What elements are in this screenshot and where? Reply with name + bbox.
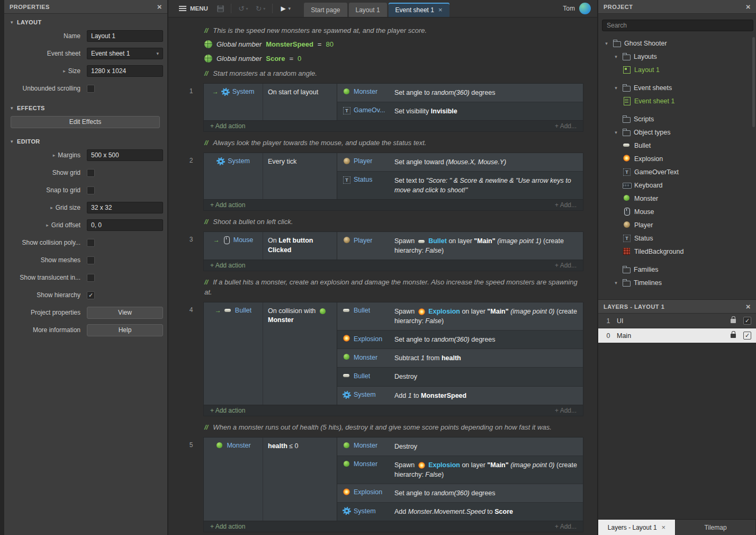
expander-icon[interactable]: ▸ (53, 153, 56, 158)
expander-icon[interactable]: ▸ (50, 205, 53, 210)
add-action-link[interactable]: + Add action (210, 262, 245, 269)
comment-row[interactable]: //Shoot a bullet on left click. (204, 217, 578, 227)
action-row[interactable]: Monster Destroy (337, 438, 583, 456)
action-row[interactable]: Bullet Spawn Explosion on layer "Main" (… (337, 302, 583, 331)
expander-icon[interactable]: ▾ (613, 54, 619, 59)
tree-item-event-sheet-1[interactable]: Event sheet 1 (598, 94, 756, 108)
edit-effects-button[interactable]: Edit Effects (11, 116, 160, 128)
action-row[interactable]: System Add Monster.Movement.Speed to Sco… (337, 503, 583, 521)
tree-item-bullet[interactable]: Bullet (598, 139, 756, 152)
view-button[interactable]: View (87, 307, 163, 319)
comment-row[interactable]: //This is the speed new monsters are spa… (204, 26, 578, 36)
event-number[interactable]: 2 (179, 153, 203, 211)
event-condition[interactable]: → Bullet On collision with Monster (204, 302, 337, 405)
comment-row[interactable]: //If a bullet hits a monster, create an … (204, 278, 578, 298)
tree-item-status[interactable]: Status (598, 231, 756, 245)
undo-button[interactable]: ↺▾ (235, 4, 252, 13)
close-icon[interactable]: × (438, 6, 443, 13)
action-row[interactable]: Monster Set angle to random(360) degrees (337, 84, 583, 102)
tree-item-player[interactable]: Player (598, 218, 756, 231)
lock-icon[interactable] (731, 319, 736, 323)
event-condition[interactable]: Monster health ≤ 0 (204, 438, 337, 521)
tree-item-gameovertext[interactable]: GameOverText (598, 165, 756, 179)
add-more-link[interactable]: + Add... (555, 201, 577, 209)
lock-icon[interactable] (731, 334, 736, 338)
tree-item-timelines[interactable]: ▾ Timelines (598, 276, 756, 289)
tree-item-keyboard[interactable]: Keyboard (598, 179, 756, 192)
add-action-link[interactable]: + Add action (210, 122, 245, 130)
tree-item-ghost-shooter[interactable]: ▾ Ghost Shooter (598, 37, 756, 50)
action-row[interactable]: Explosion Set angle to random(360) degre… (337, 484, 583, 503)
layout-section-header[interactable]: ▾ LAYOUT (4, 14, 167, 30)
close-icon[interactable]: × (157, 3, 162, 11)
action-row[interactable]: Monster Subtract 1 from health (337, 349, 583, 368)
add-more-link[interactable]: + Add... (555, 122, 577, 130)
show-meshes-checkbox[interactable] (87, 256, 95, 264)
save-button[interactable] (213, 5, 228, 12)
comment-row[interactable]: //Always look the player towards the mou… (204, 138, 578, 148)
add-more-link[interactable]: + Add... (555, 407, 577, 414)
global-variable-row[interactable]: Global number Score = 0 (204, 55, 583, 63)
action-row[interactable]: GameOv... Set visibility Invisible (337, 102, 583, 120)
layer-visible-checkbox[interactable]: ✓ (743, 332, 751, 340)
show-translucent-checkbox[interactable] (87, 274, 95, 282)
tab-start-page[interactable]: Start page (304, 3, 347, 17)
event-sheet-select[interactable]: Event sheet 1 ▾ (87, 48, 163, 59)
menu-button[interactable]: MENU (174, 0, 213, 17)
close-icon[interactable]: × (746, 302, 751, 310)
tree-item-mouse[interactable]: Mouse (598, 205, 756, 218)
editor-section-header[interactable]: ▾ EDITOR (4, 133, 167, 149)
show-grid-checkbox[interactable] (87, 169, 95, 177)
action-row[interactable]: Bullet Destroy (337, 368, 583, 386)
help-button[interactable]: Help (87, 324, 163, 336)
search-input[interactable] (602, 20, 753, 31)
redo-button[interactable]: ↻▾ (252, 4, 269, 13)
tree-item-explosion[interactable]: Explosion (598, 152, 756, 165)
tree-item-monster[interactable]: Monster (598, 192, 756, 205)
tree-item-layouts[interactable]: ▾ Layouts (598, 50, 756, 63)
add-action-link[interactable]: + Add action (210, 523, 245, 530)
tree-item-scripts[interactable]: Scripts (598, 112, 756, 126)
grid-size-field[interactable] (87, 202, 163, 213)
global-variable-row[interactable]: Global number MonsterSpeed = 80 (204, 40, 583, 48)
expander-icon[interactable]: ▾ (613, 130, 619, 135)
tree-item-object-types[interactable]: ▾ Object types (598, 126, 756, 139)
add-action-link[interactable]: + Add action (210, 407, 245, 414)
layer-visible-checkbox[interactable]: ✓ (743, 317, 751, 325)
event-condition[interactable]: → System On start of layout (204, 84, 337, 120)
show-collision-checkbox[interactable] (87, 239, 95, 247)
layer-row-ui[interactable]: 1 UI ✓ (598, 314, 756, 328)
close-icon[interactable]: × (746, 3, 751, 11)
comment-row[interactable]: //When a monster runs out of health (5 h… (204, 423, 578, 433)
event-number[interactable]: 5 (179, 437, 203, 533)
tree-item-tiledbackground[interactable]: TiledBackground (598, 245, 756, 258)
effects-section-header[interactable]: ▾ EFFECTS (4, 100, 167, 115)
tab-layout-1[interactable]: Layout 1 (349, 3, 387, 17)
event-sheet-canvas[interactable]: //This is the speed new monsters are spa… (168, 17, 597, 535)
avatar[interactable] (579, 3, 591, 14)
event-number[interactable]: 3 (179, 231, 203, 271)
action-row[interactable]: Player Spawn Bullet on layer "Main" (ima… (337, 232, 583, 260)
add-action-link[interactable]: + Add action (210, 201, 245, 209)
show-hierarchy-checkbox[interactable]: ✓ (87, 291, 95, 299)
action-row[interactable]: Monster Spawn Explosion on layer "Main" … (337, 456, 583, 484)
expander-icon[interactable]: ▾ (613, 85, 619, 91)
action-row[interactable]: System Add 1 to MonsterSpeed (337, 387, 583, 405)
layer-row-main[interactable]: 0 Main ✓ (598, 328, 756, 343)
unbounded-scrolling-checkbox[interactable] (87, 85, 95, 93)
tree-item-event-sheets[interactable]: ▾ Event sheets (598, 81, 756, 94)
name-field[interactable] (87, 30, 163, 42)
comment-row[interactable]: //Start monsters at a random angle. (204, 69, 578, 79)
snap-to-grid-checkbox[interactable] (87, 186, 95, 194)
close-icon[interactable]: × (662, 524, 666, 531)
tree-item-families[interactable]: Families (598, 263, 756, 276)
add-more-link[interactable]: + Add... (555, 262, 577, 269)
user-area[interactable]: Tom (563, 3, 592, 14)
expander-icon[interactable]: ▾ (604, 41, 609, 46)
tab-tilemap[interactable]: Tilemap (676, 520, 756, 535)
size-field[interactable] (87, 65, 163, 77)
event-condition[interactable]: System Every tick (204, 153, 337, 199)
add-more-link[interactable]: + Add... (555, 523, 577, 530)
grid-offset-field[interactable] (87, 219, 163, 231)
margins-field[interactable] (87, 149, 163, 161)
